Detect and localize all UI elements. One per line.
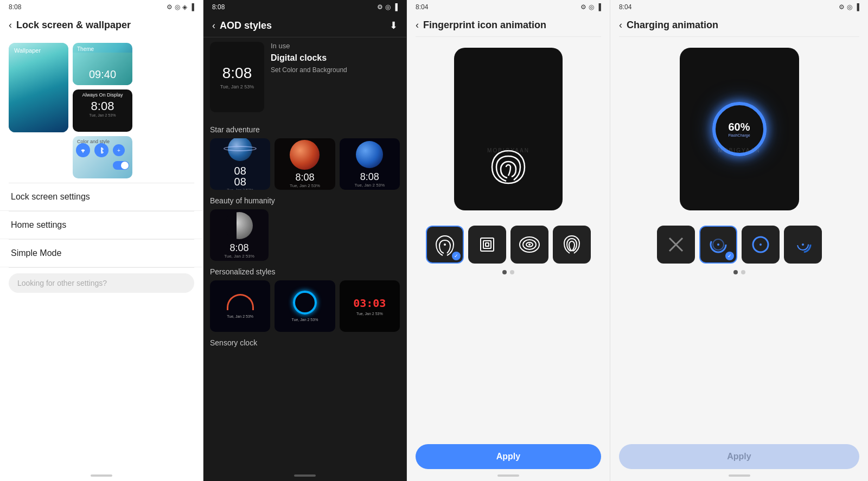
planet-container: [228, 138, 252, 163]
charging-thumb-3[interactable]: [742, 226, 780, 264]
fp-main-preview: MOBIGYAAN: [454, 48, 563, 210]
charging-dot-2: [741, 270, 745, 274]
pers-3-date: Tue, Jan 2 53%: [356, 312, 383, 316]
aod-label: Always On Display: [73, 92, 132, 98]
star-card-3-content: 8:08 Tue, Jan 2 53%: [354, 141, 385, 188]
wallpaper-preview[interactable]: Wallpaper: [9, 43, 68, 132]
panel-fingerprint: 8:04 ⚙ ◎ ▐ ‹ Fingerprint icon animation …: [407, 0, 610, 481]
circle-graphic: [293, 291, 317, 315]
star-num-08-2: 08: [234, 176, 246, 187]
simple-mode[interactable]: Simple Mode: [0, 240, 203, 267]
back-button-1[interactable]: ‹: [9, 20, 12, 31]
planet-graphic: [228, 138, 252, 161]
theme-preview[interactable]: Theme 09:40: [73, 43, 132, 85]
top-bar-1: ‹ Lock screen & wallpaper: [0, 14, 203, 36]
star-card-1-content: 08 08 Tue, Jan 2 53%: [227, 138, 253, 190]
aod-main-date: Tue, Jan 2 53%: [220, 84, 254, 89]
wallpaper-wave: [9, 43, 68, 132]
color-icons: +: [73, 143, 132, 170]
charging-ring-icon-3: [792, 234, 814, 255]
panel-aod-styles: 8:08 ⚙ ◎ ▐ ‹ AOD styles ⬇ 8:08 Tue, Jan …: [203, 0, 407, 481]
status-icons-4: ⚙ ◎ ▐: [839, 3, 859, 11]
aod-scroll[interactable]: 8:08 Tue, Jan 2 53% In use Digital clock…: [203, 37, 406, 474]
star-card-2-content: 8:08 Tue, Jan 2 53%: [290, 140, 320, 188]
aod-main-preview[interactable]: 8:08 Tue, Jan 2 53%: [210, 42, 264, 112]
charging-ring-icon-1: [707, 234, 729, 255]
add-icon: +: [113, 144, 125, 156]
svg-rect-3: [483, 241, 491, 248]
pers-card-2[interactable]: Tue, Jan 2 53%: [275, 280, 335, 332]
apply-button-charging[interactable]: Apply: [619, 444, 859, 469]
charging-page-dots: [610, 270, 868, 274]
planet-ring: [224, 146, 257, 151]
charging-thumb-1[interactable]: [657, 226, 695, 264]
divider-fp: [416, 36, 601, 37]
svg-point-18: [802, 243, 804, 246]
preview-right-col: Theme 09:40 Always On Display 8:08 Tue, …: [73, 43, 132, 178]
svg-point-1: [444, 243, 446, 246]
color-style-preview[interactable]: Color and style +: [73, 136, 132, 178]
page-title-4: Charging animation: [627, 20, 718, 31]
charging-thumb-2[interactable]: ✓: [699, 226, 737, 264]
star-card-1[interactable]: 08 08 Tue, Jan 2 53%: [210, 138, 270, 190]
wallpaper-previews: Wallpaper Theme 09:40 Always On Display …: [0, 36, 203, 183]
fp-thumb-2-icon: [475, 233, 499, 256]
charging-thumb-4[interactable]: [784, 226, 822, 264]
wallpaper-label: Wallpaper: [14, 47, 41, 54]
fp-thumb-1[interactable]: ✓: [426, 226, 464, 264]
fp-thumb-2[interactable]: [468, 226, 506, 264]
back-button-3[interactable]: ‹: [416, 20, 419, 31]
pers-1-date: Tue, Jan 2 53%: [227, 315, 253, 318]
pers-card-3[interactable]: 03:03 Tue, Jan 2 53%: [340, 280, 400, 332]
svg-point-0: [82, 152, 84, 153]
star-card-3-time: 8:08: [360, 171, 379, 183]
svg-point-13: [717, 243, 719, 246]
charging-main-preview: MOBIGYAAN 60% FlashCharge: [680, 48, 799, 210]
digital-clocks-label: Digital clocks: [271, 53, 347, 63]
fp-thumb-3-icon: [518, 233, 541, 256]
star-card-2[interactable]: 8:08 Tue, Jan 2 53%: [275, 138, 335, 190]
bottom-handle-4: [729, 474, 750, 477]
search-box[interactable]: Looking for other settings?: [9, 273, 194, 293]
wifi-icon-2: ◎: [385, 3, 391, 11]
star-card-2-date: Tue, Jan 2 53%: [290, 183, 320, 188]
aod-preview[interactable]: Always On Display 8:08 Tue, Jan 2 53%: [73, 89, 132, 132]
moon-card[interactable]: 8:08 Tue, Jan 2 53%: [210, 209, 269, 261]
fp-thumb-4[interactable]: [553, 226, 591, 264]
star-card-3-date: Tue, Jan 2 53%: [354, 183, 385, 188]
download-icon[interactable]: ⬇: [390, 20, 398, 31]
star-card-3[interactable]: 8:08 Tue, Jan 2 53%: [340, 138, 400, 190]
status-time-3: 8:04: [416, 3, 428, 11]
wifi-icon-4: ◎: [847, 3, 852, 11]
star-num-08-1: 08: [234, 165, 246, 176]
aod-main-time: 8:08: [222, 65, 252, 82]
fp-page-dots: [407, 270, 610, 274]
dot-2: [510, 270, 514, 274]
battery-icon-4: ▐: [854, 3, 859, 11]
divider-4: [9, 267, 194, 268]
fp-thumb-3[interactable]: [510, 226, 548, 264]
back-button-4[interactable]: ‹: [619, 20, 622, 31]
signal-icon: ◈: [182, 3, 187, 11]
status-icons-1: ⚙ ◎ ◈ ▐: [167, 3, 194, 11]
no-animation-icon: [665, 234, 687, 255]
pers-card-1[interactable]: Tue, Jan 2 53%: [210, 280, 270, 332]
moon-phase: [226, 212, 237, 239]
svg-rect-2: [481, 238, 494, 251]
back-button-2[interactable]: ‹: [212, 20, 215, 31]
page-title-2: AOD styles: [220, 20, 272, 31]
status-time-1: 8:08: [9, 3, 21, 11]
watermark-fp: MOBIGYAAN: [454, 147, 563, 153]
settings-icon: ⚙: [167, 3, 173, 11]
page-title-3: Fingerprint icon animation: [423, 20, 546, 31]
charging-thumb-2-check: ✓: [725, 252, 734, 260]
apply-button-fp[interactable]: Apply: [416, 444, 601, 469]
status-bar-2: 8:08 ⚙ ◎ ▐: [203, 0, 406, 14]
personalized-title: Personalized styles: [210, 267, 400, 276]
lock-screen-settings[interactable]: Lock screen settings: [0, 183, 203, 211]
home-settings[interactable]: Home settings: [0, 211, 203, 239]
pers-2-date: Tue, Jan 2 53%: [292, 318, 318, 322]
theme-label: Theme: [77, 46, 94, 52]
beauty-humanity-title: Beauty of humanity: [210, 196, 400, 205]
page-title-1: Lock screen & wallpaper: [16, 20, 131, 31]
